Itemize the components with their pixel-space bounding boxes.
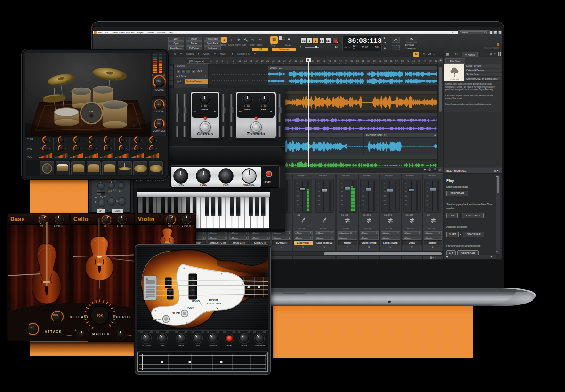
svg-text:17: 17 <box>255 59 258 62</box>
svg-text:29: 29 <box>289 59 292 62</box>
svg-text:21: 21 <box>266 59 269 62</box>
svg-text:3: 3 <box>216 59 218 62</box>
svg-text:53: 53 <box>356 59 359 62</box>
svg-text:15: 15 <box>250 59 252 62</box>
svg-text:11: 11 <box>239 59 241 62</box>
svg-text:7: 7 <box>227 59 229 62</box>
svg-text:SOPHIA JANE: SOPHIA JANE <box>450 79 459 80</box>
svg-text:5: 5 <box>222 59 223 62</box>
svg-text:1: 1 <box>210 59 212 62</box>
svg-text:55: 55 <box>362 59 364 62</box>
svg-text:25: 25 <box>278 59 281 62</box>
svg-text:59: 59 <box>373 59 376 62</box>
svg-text:61: 61 <box>379 59 381 62</box>
svg-text:69: 69 <box>401 59 404 62</box>
svg-text:SELECTOR: SELECTOR <box>207 302 221 305</box>
svg-text:37: 37 <box>311 59 314 62</box>
svg-text:67: 67 <box>396 59 398 62</box>
svg-text:70K: 70K <box>97 313 104 318</box>
svg-text:39: 39 <box>317 59 320 62</box>
svg-text:49: 49 <box>345 59 348 62</box>
svg-text:TUNE: TUNE <box>155 318 162 321</box>
svg-text:57: 57 <box>367 59 370 62</box>
svg-text:65: 65 <box>390 59 393 62</box>
svg-text:31: 31 <box>295 59 298 62</box>
svg-text:77: 77 <box>423 59 426 62</box>
svg-text:27: 27 <box>283 59 286 62</box>
svg-text:19: 19 <box>261 59 264 62</box>
svg-text:SLIDE: SLIDE <box>172 312 180 315</box>
svg-text:PICKUP: PICKUP <box>209 299 218 302</box>
svg-text:75: 75 <box>418 59 420 62</box>
svg-text:43: 43 <box>328 59 331 62</box>
svg-text:13: 13 <box>244 59 247 62</box>
svg-text:81: 81 <box>435 59 437 62</box>
svg-text:51: 51 <box>351 59 354 62</box>
svg-text:79: 79 <box>429 59 432 62</box>
svg-text:71: 71 <box>407 59 410 62</box>
svg-text:POLY: POLY <box>187 306 194 309</box>
svg-text:63: 63 <box>384 59 387 62</box>
svg-text:MONO: MONO <box>192 300 200 303</box>
svg-text:41: 41 <box>323 59 325 62</box>
svg-text:9: 9 <box>233 59 234 62</box>
svg-text:33: 33 <box>300 59 303 62</box>
svg-text:73: 73 <box>412 59 415 62</box>
svg-text:47: 47 <box>339 59 342 62</box>
svg-text:45: 45 <box>334 59 337 62</box>
svg-text:23: 23 <box>272 59 275 62</box>
